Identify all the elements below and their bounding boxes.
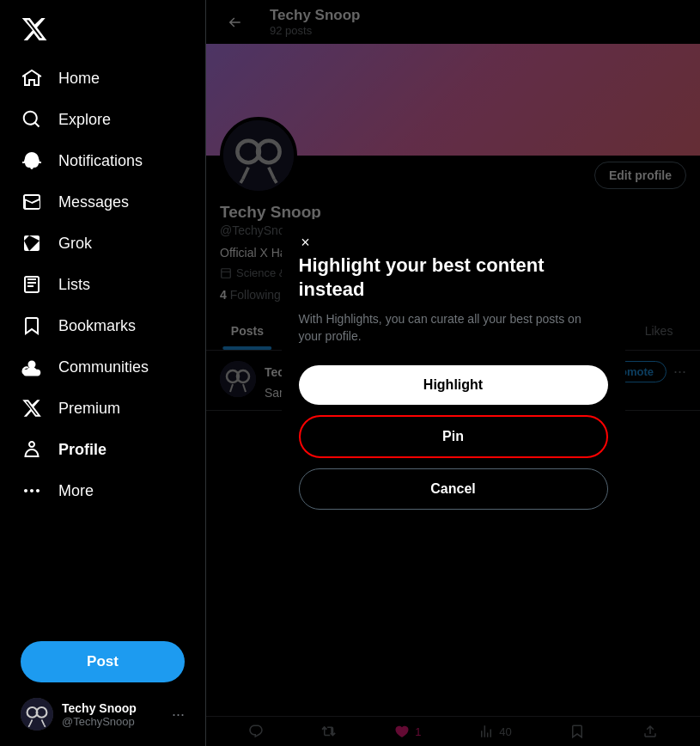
sidebar-item-lists-label: Lists [58, 276, 90, 294]
sidebar-item-communities-label: Communities [58, 358, 149, 376]
svg-line-5 [28, 725, 29, 727]
sidebar-item-notifications-label: Notifications [58, 152, 143, 170]
sidebar-user-info: Techy Snoop @TechySnoop [62, 701, 163, 728]
pin-button[interactable]: Pin [299, 415, 608, 458]
bell-icon [21, 150, 43, 172]
svg-line-6 [44, 725, 45, 727]
sidebar-item-home-label: Home [58, 70, 100, 88]
home-icon [21, 67, 43, 89]
sidebar-item-grok[interactable]: Grok [10, 223, 195, 263]
sidebar-nav: Home Explore Notifications Messages [10, 58, 195, 631]
modal-buttons: Highlight Pin Cancel [299, 365, 608, 510]
post-button[interactable]: Post [21, 641, 185, 682]
x-logo[interactable] [10, 7, 195, 58]
sidebar-item-messages[interactable]: Messages [10, 182, 195, 222]
sidebar: Home Explore Notifications Messages [0, 0, 206, 746]
sidebar-item-communities[interactable]: Communities [10, 347, 195, 387]
sidebar-item-bookmarks-label: Bookmarks [58, 317, 136, 335]
search-icon [21, 108, 43, 131]
modal-overlay[interactable]: × Highlight your best content instead Wi… [206, 0, 700, 746]
sidebar-item-notifications[interactable]: Notifications [10, 141, 195, 180]
communities-icon [21, 356, 43, 378]
lists-icon [21, 273, 43, 296]
premium-icon [21, 397, 43, 419]
sidebar-item-grok-label: Grok [58, 235, 92, 253]
bookmark-icon [21, 315, 43, 337]
modal: × Highlight your best content instead Wi… [282, 219, 625, 527]
sidebar-item-profile-label: Profile [58, 441, 107, 459]
grok-icon [21, 232, 43, 254]
mail-icon [21, 191, 43, 213]
sidebar-item-more[interactable]: More [10, 471, 195, 511]
modal-close-button[interactable]: × [292, 229, 320, 257]
modal-title: Highlight your best content instead [299, 254, 608, 303]
sidebar-item-messages-label: Messages [58, 193, 129, 211]
sidebar-item-premium[interactable]: Premium [10, 388, 195, 428]
sidebar-item-profile[interactable]: Profile [10, 430, 195, 469]
sidebar-user-name: Techy Snoop [62, 701, 163, 715]
sidebar-item-home[interactable]: Home [10, 58, 195, 98]
main-content: Techy Snoop 92 posts Edit profile Techy … [206, 0, 700, 746]
highlight-button[interactable]: Highlight [299, 365, 608, 405]
modal-description: With Highlights, you can curate all your… [299, 311, 608, 345]
sidebar-item-premium-label: Premium [58, 400, 120, 418]
avatar [21, 698, 53, 731]
cancel-button[interactable]: Cancel [299, 468, 608, 510]
profile-icon [21, 438, 43, 461]
sidebar-user-more[interactable]: ··· [172, 706, 185, 724]
sidebar-user-handle: @TechySnoop [62, 715, 163, 728]
sidebar-item-bookmarks[interactable]: Bookmarks [10, 306, 195, 345]
sidebar-item-lists[interactable]: Lists [10, 265, 195, 304]
sidebar-item-explore[interactable]: Explore [10, 100, 195, 139]
sidebar-user[interactable]: Techy Snoop @TechySnoop ··· [10, 689, 195, 739]
sidebar-item-more-label: More [58, 482, 94, 500]
sidebar-item-explore-label: Explore [58, 111, 111, 129]
more-icon [21, 480, 43, 502]
